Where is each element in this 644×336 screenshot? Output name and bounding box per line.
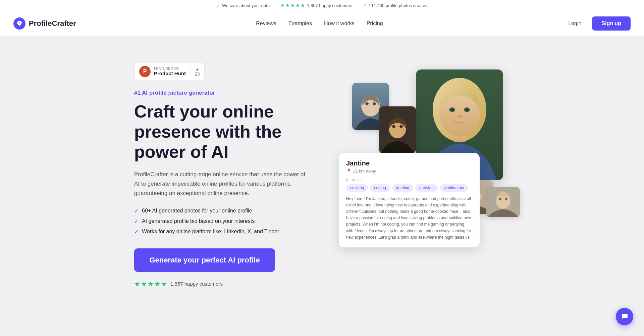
star-5: ★ [301, 3, 305, 8]
proof-star-2: ★ [141, 280, 147, 288]
svg-point-8 [458, 115, 462, 118]
interests-label: Interests: [346, 178, 472, 182]
topbar-item-customers: ★ ★ ★ ★ ★ 1.857 happy customers [280, 3, 352, 8]
stars-row: ★ ★ ★ ★ ★ [280, 3, 305, 8]
check-icon-2: ✓ [363, 3, 367, 8]
photo-sm5 [486, 187, 520, 217]
check-icon: ✓ [216, 3, 220, 8]
proof-star-4: ★ [154, 280, 160, 288]
hero-section: P FEATURED ON Product Hunt ▲ 23 #1 AI pr… [107, 36, 537, 308]
nav-link-examples[interactable]: Examples [288, 20, 312, 27]
ph-icon: P [139, 66, 151, 77]
proof-star-3: ★ [148, 280, 154, 288]
chat-icon [621, 313, 629, 321]
star-1: ★ [280, 3, 285, 8]
star-4: ★ [296, 3, 300, 8]
chat-button[interactable] [616, 308, 633, 325]
proof-stars: ★ ★ ★ ★ ★ [134, 280, 167, 288]
proof-star-1: ★ [134, 280, 140, 288]
photo-sm2 [379, 106, 416, 153]
hero-left: P FEATURED ON Product Hunt ▲ 23 #1 AI pr… [134, 63, 312, 288]
profile-card: Jantine 📍 12 km away Interests: cooking … [339, 153, 480, 247]
tag-working-out: working out [440, 184, 468, 192]
upvote-arrow: ▲ [195, 67, 199, 71]
feature-item-2: ✓ AI generated profile bio based on your… [134, 218, 312, 225]
nav-link-how-it-works[interactable]: How it works [324, 20, 355, 27]
ph-text: FEATURED ON Product Hunt [154, 67, 186, 76]
tag-coding: coding [370, 184, 390, 192]
proof-star-5: ★ [161, 280, 167, 288]
logo-svg [16, 20, 23, 27]
check-icon-f3: ✓ [134, 229, 139, 235]
topbar-item-privacy: ✓ We care about your data [216, 3, 270, 8]
nav-links: Reviews Examples How it works Pricing [256, 20, 383, 27]
svg-point-11 [365, 102, 369, 105]
star-3: ★ [290, 3, 295, 8]
tag-gaming: gaming [392, 184, 413, 192]
svg-point-7 [465, 108, 469, 111]
svg-point-28 [505, 198, 507, 200]
navbar: ProfileCrafter Reviews Examples How it w… [0, 11, 644, 36]
logo[interactable]: ProfileCrafter [13, 17, 76, 30]
nav-link-pricing[interactable]: Pricing [367, 20, 383, 27]
hero-title: Craft your online presence with the powe… [134, 102, 312, 162]
photo-svg-sm5 [486, 187, 520, 217]
svg-point-15 [392, 125, 395, 128]
feature-item-3: ✓ Works for any online platform like: Li… [134, 229, 312, 235]
topbar-item-photos: ✓ 111.430 profile photos created [363, 3, 428, 8]
hero-subtitle: #1 AI profile picture generator [134, 90, 312, 96]
nav-link-reviews[interactable]: Reviews [256, 20, 276, 27]
profile-bio: Hey there! I'm Jantine, a foodie, coder,… [346, 196, 472, 241]
profile-collage: Jantine 📍 12 km away Interests: cooking … [332, 63, 510, 257]
star-2: ★ [285, 3, 290, 8]
hero-right: Jantine 📍 12 km away Interests: cooking … [332, 63, 510, 257]
feature-item-1: ✓ 60+ AI generated photos for your onlin… [134, 208, 312, 214]
svg-point-27 [499, 198, 501, 200]
product-hunt-badge: P FEATURED ON Product Hunt ▲ 23 [134, 63, 205, 80]
ph-votes: ▲ 23 [191, 67, 200, 77]
svg-point-6 [450, 108, 454, 111]
check-icon-f2: ✓ [134, 218, 139, 225]
photo-svg-sm2 [379, 106, 416, 153]
svg-point-12 [373, 102, 376, 105]
logo-icon [13, 17, 25, 30]
profile-card-location: 📍 12 km away [346, 169, 472, 174]
profile-card-name: Jantine [346, 159, 472, 167]
profile-tags: cooking coding gaming partying working o… [346, 184, 472, 192]
cta-button[interactable]: Generate your perfect AI profile [134, 248, 275, 272]
nav-buttons: Login Sign up [563, 16, 631, 31]
hero-description: ProfileCrafter is a cutting-edge online … [134, 170, 312, 198]
top-bar: ✓ We care about your data ★ ★ ★ ★ ★ 1.85… [0, 0, 644, 11]
svg-point-16 [399, 125, 403, 128]
location-pin-icon: 📍 [346, 169, 352, 174]
check-icon-f1: ✓ [134, 208, 139, 214]
social-proof: ★ ★ ★ ★ ★ 1.857 happy customers [134, 280, 312, 288]
signup-button[interactable]: Sign up [592, 16, 631, 31]
tag-partying: partying [415, 184, 438, 192]
login-button[interactable]: Login [563, 18, 587, 29]
proof-text: 1.857 happy customers [170, 281, 223, 287]
tag-cooking: cooking [346, 184, 368, 192]
feature-list: ✓ 60+ AI generated photos for your onlin… [134, 208, 312, 235]
